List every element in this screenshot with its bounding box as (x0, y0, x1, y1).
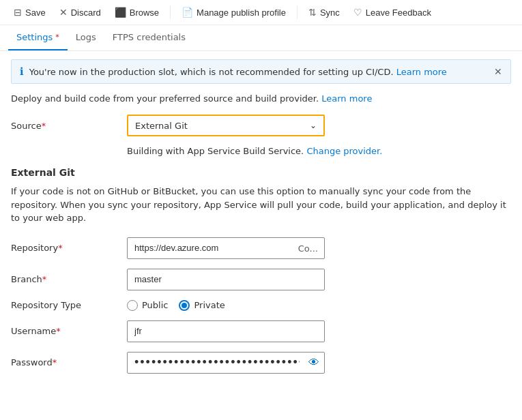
branch-row: Branch* (11, 269, 511, 290)
branch-required: * (42, 274, 47, 284)
sync-label: Sync (320, 7, 340, 18)
banner-learn-more-link[interactable]: Learn more (396, 67, 447, 77)
repository-input-wrap: Co... (127, 237, 325, 259)
browse-icon: ⬛ (115, 7, 126, 18)
username-input[interactable] (127, 320, 325, 342)
username-label: Username* (11, 326, 127, 336)
repository-input[interactable] (127, 237, 325, 259)
radio-public-label: Public (142, 300, 168, 310)
toolbar: ⊟ Save ✕ Discard ⬛ Browse 📄 Manage publi… (0, 0, 522, 25)
sync-icon: ⇅ (308, 7, 317, 18)
repository-label: Repository* (11, 243, 127, 253)
password-wrap: 👁 (127, 352, 325, 374)
discard-label: Discard (71, 7, 101, 18)
password-input[interactable] (127, 352, 325, 374)
password-row: Password* 👁 (11, 352, 511, 374)
build-info-text: Building with App Service Build Service.… (127, 146, 511, 156)
radio-private-label: Private (194, 300, 224, 310)
manage-publish-button[interactable]: 📄 Manage publish profile (176, 4, 291, 20)
password-label: Password* (11, 357, 127, 368)
save-button[interactable]: ⊟ Save (8, 4, 51, 20)
tab-ftps-label: FTPS credentials (113, 32, 186, 42)
password-required: * (53, 357, 57, 368)
discard-icon: ✕ (59, 7, 68, 18)
feedback-button[interactable]: ♡ Leave Feedback (348, 4, 437, 20)
eye-icon: 👁 (308, 357, 319, 368)
feedback-label: Leave Feedback (366, 7, 431, 18)
browse-label: Browse (130, 7, 159, 18)
source-row: Source* External Git ⌄ (11, 115, 511, 136)
radio-public[interactable]: Public (127, 300, 168, 311)
radio-private[interactable]: Private (179, 300, 224, 311)
banner-text: You're now in the production slot, which… (29, 67, 447, 77)
tab-settings-label: Settings (16, 32, 53, 42)
radio-private-circle (179, 300, 190, 311)
info-banner: ℹ You're now in the production slot, whi… (11, 59, 511, 84)
tab-logs[interactable]: Logs (68, 25, 104, 50)
discard-button[interactable]: ✕ Discard (54, 4, 106, 20)
branch-label: Branch* (11, 274, 127, 284)
tab-settings[interactable]: Settings* (8, 25, 68, 50)
main-content: ℹ You're now in the production slot, whi… (0, 51, 522, 391)
section-title: External Git (11, 167, 511, 178)
info-icon: ℹ (20, 65, 24, 78)
repo-required: * (58, 243, 63, 253)
save-label: Save (25, 7, 46, 18)
browse-button[interactable]: ⬛ Browse (109, 4, 164, 20)
tab-logs-label: Logs (76, 32, 96, 42)
description-text: If your code is not on GitHub or BitBuck… (11, 185, 511, 225)
heart-icon: ♡ (353, 7, 362, 18)
branch-input[interactable] (127, 269, 325, 290)
tabs-bar: Settings* Logs FTPS credentials (0, 25, 522, 51)
source-value: External Git (135, 121, 188, 131)
repo-type-row: Repository Type Public Private (11, 300, 511, 311)
save-icon: ⊟ (14, 7, 22, 18)
password-reveal-button[interactable]: 👁 (308, 357, 319, 369)
chevron-down-icon: ⌄ (310, 121, 317, 130)
source-label: Source* (11, 121, 127, 131)
sync-button[interactable]: ⇅ Sync (303, 4, 345, 20)
banner-close-button[interactable]: ✕ (494, 66, 502, 77)
change-provider-link[interactable]: Change provider. (306, 146, 382, 156)
repo-type-label: Repository Type (11, 300, 127, 310)
username-required: * (56, 326, 61, 336)
manage-label: Manage publish profile (197, 7, 286, 18)
tab-ftps[interactable]: FTPS credentials (104, 25, 194, 50)
radio-public-circle (127, 300, 138, 311)
deploy-description: Deploy and build code from your preferre… (11, 93, 511, 104)
source-dropdown[interactable]: External Git ⌄ (127, 115, 325, 136)
source-required: * (42, 121, 46, 131)
repo-type-radio-group: Public Private (127, 300, 225, 311)
deploy-learn-more-link[interactable]: Learn more (321, 93, 372, 104)
repo-co-label: Co... (298, 243, 318, 253)
tab-settings-asterisk: * (55, 33, 59, 42)
repository-row: Repository* Co... (11, 237, 511, 259)
manage-icon: 📄 (182, 7, 193, 18)
username-row: Username* (11, 320, 511, 342)
separator-1 (170, 5, 171, 19)
separator-2 (297, 5, 298, 19)
